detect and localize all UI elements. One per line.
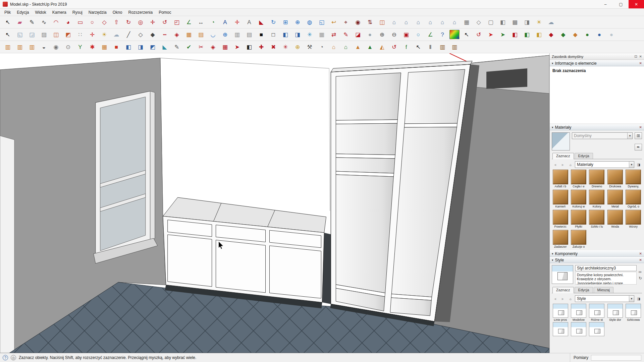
grid-display-button[interactable]: ▥	[232, 30, 242, 39]
section-cuts-toggle[interactable]: ◩	[63, 30, 73, 39]
push-pull-tool[interactable]: ⇧	[111, 17, 121, 27]
rotate-red-button[interactable]: ↺	[389, 42, 399, 52]
style-refresh-icon[interactable]: ↻	[639, 276, 642, 281]
scale-tool[interactable]: ◰	[172, 17, 182, 27]
walk-tool[interactable]: ⇅	[365, 17, 375, 27]
profiles-toggle[interactable]: ◇	[136, 30, 146, 39]
crate-tool-button[interactable]: ▥	[3, 42, 13, 52]
box-edit-button[interactable]: ▥	[437, 42, 447, 52]
shadows-dialog-button[interactable]: ☀	[99, 30, 109, 39]
menu-kamera[interactable]: Kamera	[49, 9, 69, 16]
shadows-toggle-button[interactable]: ☀	[534, 17, 544, 27]
section-planes-toggle[interactable]: ◫	[51, 30, 61, 39]
move-tool[interactable]: ✛	[148, 17, 158, 27]
polygon-tool[interactable]: ◇	[99, 17, 109, 27]
shaded-mode-button[interactable]: ◧	[498, 17, 508, 27]
sphere-light-button[interactable]: ●	[606, 30, 616, 39]
tab-styles-mieszaj[interactable]: Mieszaj	[594, 287, 613, 293]
array-tool-button[interactable]: ▣	[401, 30, 411, 39]
tray-close-icon[interactable]: ✕	[639, 55, 642, 58]
sphere-blue-button[interactable]: ●	[594, 30, 604, 39]
fx-button[interactable]: f	[401, 42, 411, 52]
depth-cue-toggle[interactable]: ◆	[148, 30, 158, 39]
collapse-icon[interactable]: ▾	[552, 126, 553, 129]
terrain-orange-button[interactable]: ▲	[353, 42, 363, 52]
style-item[interactable]: Linie pros	[552, 304, 569, 321]
roof-green-button[interactable]: ⌂	[341, 42, 351, 52]
sphere-tool-button[interactable]: ●	[365, 30, 375, 39]
front-view-button[interactable]: ⌂	[413, 17, 423, 27]
axes-toggle[interactable]: ✛	[87, 30, 97, 39]
materials-collection-dropdown[interactable]: Materiały ▾	[575, 161, 634, 168]
gear-button[interactable]: ✱	[87, 42, 97, 52]
red-scissors-button[interactable]: ✂	[196, 42, 206, 52]
section-close-icon[interactable]: ✕	[639, 252, 642, 255]
red-plus-button[interactable]: ✚	[256, 42, 266, 52]
secondary-pane-icon[interactable]: ◨	[635, 295, 642, 302]
menu-plik[interactable]: Plik	[1, 9, 14, 16]
tools-button[interactable]: ⚒	[305, 42, 315, 52]
edge-style-button[interactable]: ╱	[123, 30, 133, 39]
maximize-button[interactable]: ▢	[613, 0, 629, 8]
cube-green-button[interactable]: ◆	[558, 30, 568, 39]
select-arrow-button[interactable]: ↖	[462, 30, 472, 39]
axes-tool[interactable]: ✛	[232, 17, 242, 27]
rotate-tool[interactable]: ↺	[160, 17, 170, 27]
roof-orange-button[interactable]: ⌂	[329, 42, 339, 52]
minimize-button[interactable]: –	[598, 0, 613, 8]
crate-tool-2-button[interactable]: ▥	[15, 42, 25, 52]
bw-contrast-button[interactable]: ◧	[244, 42, 254, 52]
style-item[interactable]: Style dor	[607, 304, 624, 321]
paint-bucket-tool[interactable]: ◣	[256, 17, 266, 27]
grid-plugin-button[interactable]: ▦	[317, 30, 327, 39]
tab-materials-zaznacz[interactable]: Zaznacz	[552, 153, 574, 159]
top-view-button[interactable]: ⌂	[401, 17, 411, 27]
zoom-window-tool[interactable]: ◍	[305, 17, 315, 27]
terrain-green-button[interactable]: ▲	[365, 42, 375, 52]
section-header-styles[interactable]: ▾ Style ✕	[550, 257, 644, 263]
diamond-display-toggle[interactable]: ◈	[172, 30, 182, 39]
pin-icon[interactable]: ⊡	[634, 55, 637, 58]
fog-toggle-button[interactable]: ☁	[546, 17, 556, 27]
measurements-input[interactable]	[591, 355, 641, 361]
red-arrow-button[interactable]: ➤	[232, 42, 242, 52]
offset-tool[interactable]: ◎	[136, 17, 146, 27]
tab-styles-zaznacz[interactable]: Zaznacz	[552, 287, 574, 293]
component-blue-2-button[interactable]: ◨	[292, 30, 303, 39]
textured-mode-button[interactable]: ▩	[510, 17, 520, 27]
angle-tool-button[interactable]: ∠	[425, 30, 435, 39]
3d-viewport[interactable]	[0, 53, 549, 353]
section-close-icon[interactable]: ✕	[639, 61, 642, 65]
check-button[interactable]: ✔	[184, 42, 194, 52]
hidden-line-mode-button[interactable]: ▢	[486, 17, 496, 27]
zoom-out-button[interactable]: ⊖	[389, 30, 399, 39]
position-camera-tool[interactable]: ⌖	[341, 17, 351, 27]
layers-panel-button[interactable]: ▤	[244, 30, 254, 39]
select-tool[interactable]: ↖	[3, 30, 13, 39]
create-material-button[interactable]: ⊞	[635, 132, 642, 139]
look-around-tool[interactable]: ◉	[353, 17, 363, 27]
droplet-tool-button[interactable]: ○	[413, 30, 423, 39]
freehand-tool[interactable]: ∿	[39, 17, 49, 27]
pencil-edge-button[interactable]: ✎	[172, 42, 182, 52]
material-preview-thumbnail[interactable]	[552, 132, 570, 150]
green-axis-arrow-button[interactable]: ➤	[498, 30, 508, 39]
component-green-button[interactable]: ◧	[522, 30, 532, 39]
follow-me-tool[interactable]: ↻	[123, 17, 133, 27]
section-header-element-info[interactable]: ▾ Informacje o elemencie ✕	[550, 60, 644, 66]
style-item[interactable]	[570, 322, 587, 336]
surface-front-style-button[interactable]: ◱	[15, 30, 25, 39]
material-category[interactable]: Dywany,	[625, 170, 642, 188]
grid-settings-button[interactable]: ▤	[196, 30, 206, 39]
menu-edycja[interactable]: Edycja	[14, 9, 32, 16]
left-view-button[interactable]: ⌂	[449, 17, 460, 27]
rectangle-tool[interactable]: ▭	[75, 17, 85, 27]
style-link-icon[interactable]: ∞	[639, 269, 642, 274]
hidden-geometry-toggle[interactable]: ▨	[39, 30, 49, 39]
red-pencil-button[interactable]: ✎	[341, 30, 351, 39]
back-icon[interactable]: ◄	[552, 295, 558, 302]
section-header-components[interactable]: ▾ Komponenty ✕	[550, 250, 644, 257]
wireframe-mode-button[interactable]: ◇	[474, 17, 484, 27]
dashes-toggle[interactable]: ┅	[160, 30, 170, 39]
grid-snap-button[interactable]: ▦	[184, 30, 194, 39]
